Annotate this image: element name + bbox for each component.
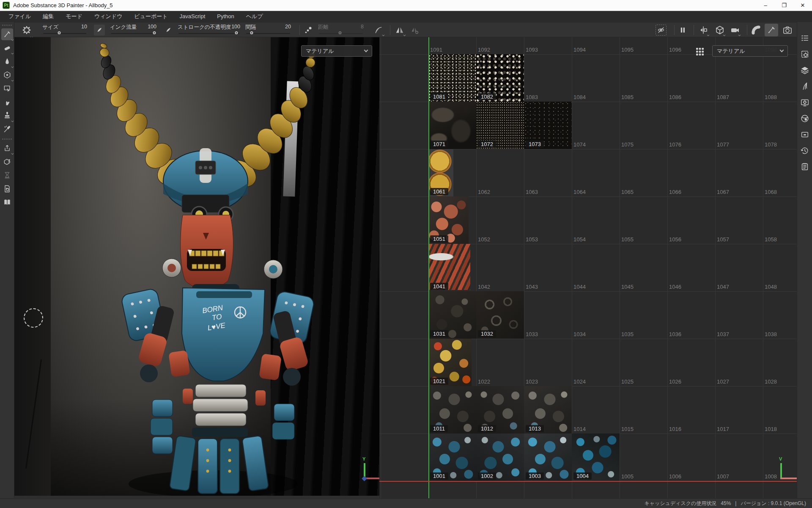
udim-tile-1093[interactable]: 1093 bbox=[524, 37, 572, 54]
udim-tile-1024[interactable]: 1024 bbox=[572, 339, 620, 386]
udim-tile-1016[interactable]: 1016 bbox=[667, 386, 715, 433]
udim-tile-1065[interactable]: 1065 bbox=[620, 149, 667, 196]
viewport3d-material-dropdown[interactable]: マテリアル bbox=[301, 45, 372, 57]
texture-set-list-button[interactable] bbox=[799, 32, 811, 44]
menu-mode[interactable]: モード bbox=[60, 11, 88, 22]
udim-tile-1028[interactable]: 1028 bbox=[763, 339, 797, 386]
size-slider[interactable] bbox=[42, 31, 87, 36]
udim-tile-1095[interactable]: 1095 bbox=[620, 37, 667, 54]
menu-python[interactable]: Python bbox=[211, 11, 240, 22]
udim-tile-1017[interactable]: 1017 bbox=[715, 386, 763, 433]
udim-tile-1026[interactable]: 1026 bbox=[667, 339, 715, 386]
param-size[interactable]: サイズ10 bbox=[42, 24, 87, 36]
udim-tile-1077[interactable]: 1077 bbox=[715, 102, 763, 149]
udim-tile-1035[interactable]: 1035 bbox=[620, 291, 667, 339]
size-falloff-button[interactable] bbox=[94, 22, 105, 38]
param-flow[interactable]: インク流量100 bbox=[110, 24, 156, 36]
udim-tile-1014[interactable]: 1014 bbox=[572, 386, 620, 433]
udim-tile-1018[interactable]: 1018 bbox=[763, 386, 797, 433]
udim-tile-1067[interactable]: 1067 bbox=[715, 149, 763, 196]
viewport-2d-uv[interactable]: 1091109210931094109510961097109810811082… bbox=[379, 37, 797, 498]
paint-tool[interactable] bbox=[1, 28, 13, 40]
udim-tile-1068[interactable]: 1068 bbox=[763, 149, 797, 196]
udim-tile-1056[interactable]: 1056 bbox=[667, 196, 715, 244]
udim-tile-1085[interactable]: 1085 bbox=[620, 54, 667, 102]
material-picker-tool[interactable] bbox=[1, 123, 13, 135]
param-spacing[interactable]: 間隔20 bbox=[245, 24, 291, 36]
udim-tile-1061[interactable]: 1061 bbox=[428, 149, 476, 196]
udim-tile-1001[interactable]: 1001 bbox=[428, 433, 476, 481]
udim-tile-1031[interactable]: 1031 bbox=[428, 291, 476, 339]
udim-tile-1087[interactable]: 1087 bbox=[715, 54, 763, 102]
viewport2d-material-dropdown[interactable]: マテリアル bbox=[712, 45, 788, 57]
udim-tile-1033[interactable]: 1033 bbox=[524, 291, 572, 339]
quick-export[interactable] bbox=[1, 142, 13, 154]
texture-set-settings-button[interactable] bbox=[799, 48, 811, 60]
udim-tile-1011[interactable]: 1011 bbox=[428, 386, 476, 433]
udim-tile-1007[interactable]: 1007 bbox=[715, 433, 763, 481]
udim-tile-1057[interactable]: 1057 bbox=[715, 196, 763, 244]
udim-tile-1083[interactable]: 1083 bbox=[524, 54, 572, 102]
camera-view-button[interactable] bbox=[730, 22, 740, 38]
polygon-fill-tool[interactable] bbox=[1, 69, 13, 81]
menu-window[interactable]: ウィンドウ bbox=[88, 11, 129, 22]
smart-select-tool[interactable] bbox=[1, 83, 13, 94]
udim-tile-1094[interactable]: 1094 bbox=[572, 37, 620, 54]
udim-tile-1048[interactable]: 1048 bbox=[763, 244, 797, 291]
udim-tile-1086[interactable]: 1086 bbox=[667, 54, 715, 102]
udim-tile-1092[interactable]: 1092 bbox=[476, 37, 524, 54]
udim-tile-1091[interactable]: 1091 bbox=[428, 37, 476, 54]
udim-tile-1037[interactable]: 1037 bbox=[715, 291, 763, 339]
menu-javascript[interactable]: JavaScript bbox=[174, 11, 211, 22]
paint-2d-button[interactable] bbox=[765, 22, 778, 38]
udim-tile-1075[interactable]: 1075 bbox=[620, 102, 667, 149]
udim-tile-1023[interactable]: 1023 bbox=[524, 339, 572, 386]
udim-tile-1084[interactable]: 1084 bbox=[572, 54, 620, 102]
assets-book[interactable] bbox=[1, 196, 13, 208]
udim-tile-1052[interactable]: 1052 bbox=[476, 196, 524, 244]
udim-tile-1042[interactable]: 1042 bbox=[476, 244, 524, 291]
udim-tile-1036[interactable]: 1036 bbox=[667, 291, 715, 339]
udim-tile-1046[interactable]: 1046 bbox=[667, 244, 715, 291]
udim-tile-1044[interactable]: 1044 bbox=[572, 244, 620, 291]
udim-tile-1063[interactable]: 1063 bbox=[524, 149, 572, 196]
maximize-button[interactable]: ❐ bbox=[775, 0, 793, 11]
symmetry-button[interactable] bbox=[394, 22, 405, 38]
effects-button[interactable] bbox=[799, 80, 811, 92]
menu-help[interactable]: ヘルプ bbox=[240, 11, 269, 22]
shader-settings-button[interactable] bbox=[799, 113, 811, 124]
udim-tile-1074[interactable]: 1074 bbox=[572, 102, 620, 149]
falloff-curve-button[interactable] bbox=[373, 22, 384, 38]
udim-tile-1088[interactable]: 1088 bbox=[763, 54, 797, 102]
udim-tile-1004[interactable]: 1004 bbox=[572, 433, 620, 481]
udim-tile-1054[interactable]: 1054 bbox=[572, 196, 620, 244]
udim-tile-1082[interactable]: 1082 bbox=[476, 54, 524, 102]
udim-tile-1081[interactable]: 1081 bbox=[428, 54, 476, 102]
udim-tile-1021[interactable]: 1021 bbox=[428, 339, 476, 386]
udim-tile-1022[interactable]: 1022 bbox=[476, 339, 524, 386]
udim-tile-1096[interactable]: 1096 bbox=[667, 37, 715, 54]
view-3d-button[interactable] bbox=[715, 22, 725, 38]
udim-tile-1015[interactable]: 1015 bbox=[620, 386, 667, 433]
udim-tile-1012[interactable]: 1012 bbox=[476, 386, 524, 433]
log-button[interactable] bbox=[799, 161, 811, 173]
udim-tile-1071[interactable]: 1071 bbox=[428, 102, 476, 149]
udim-tile-1002[interactable]: 1002 bbox=[476, 433, 524, 481]
menu-viewport[interactable]: ビューポート bbox=[128, 11, 173, 22]
stroke-preview-button[interactable] bbox=[751, 22, 761, 38]
pause-button[interactable] bbox=[678, 22, 687, 38]
udim-tile-1064[interactable]: 1064 bbox=[572, 149, 620, 196]
smudge-tool[interactable] bbox=[1, 96, 13, 108]
udim-tile-1066[interactable]: 1066 bbox=[667, 149, 715, 196]
history-button[interactable] bbox=[799, 145, 811, 157]
udim-tile-1045[interactable]: 1045 bbox=[620, 244, 667, 291]
udim-tile-1027[interactable]: 1027 bbox=[715, 339, 763, 386]
project-resources[interactable] bbox=[1, 183, 13, 195]
eraser-tool[interactable] bbox=[1, 42, 13, 54]
udim-tile-1058[interactable]: 1058 bbox=[763, 196, 797, 244]
spacing-slider[interactable] bbox=[245, 31, 291, 36]
udim-tile-1073[interactable]: 1073 bbox=[524, 102, 572, 149]
udim-tile-1062[interactable]: 1062 bbox=[476, 149, 524, 196]
flow-falloff-button[interactable] bbox=[163, 22, 174, 38]
udim-tile-1043[interactable]: 1043 bbox=[524, 244, 572, 291]
